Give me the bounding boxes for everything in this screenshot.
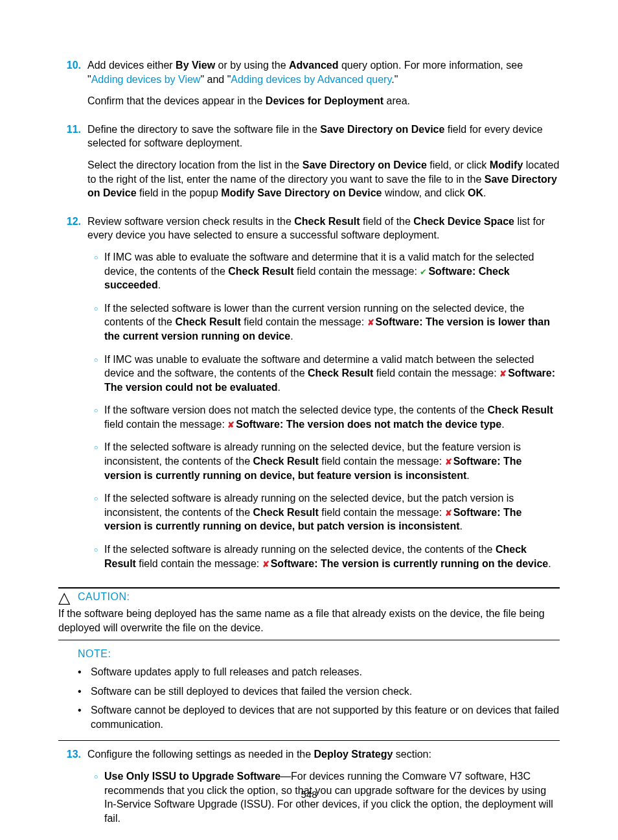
ordered-steps: 10. Add devices either By View or by usi… bbox=[58, 58, 560, 579]
list-item: •Software cannot be deployed to devices … bbox=[78, 703, 560, 731]
circle-bullet-icon: ○ bbox=[87, 353, 104, 395]
bullet-icon: • bbox=[78, 684, 91, 699]
step-number: 11. bbox=[58, 122, 87, 208]
list-item: ○If IMC was unable to evaluate the softw… bbox=[87, 353, 560, 395]
cross-icon: ✘ bbox=[499, 369, 508, 379]
circle-bullet-icon: ○ bbox=[87, 491, 104, 533]
paragraph: Confirm that the devices appear in the D… bbox=[87, 94, 560, 108]
bullet-icon: • bbox=[78, 703, 91, 731]
list-item: ○If the selected software is already run… bbox=[87, 542, 560, 570]
paragraph: Define the directory to save the softwar… bbox=[87, 122, 560, 150]
list-item: ○If IMC was able to evaluate the softwar… bbox=[87, 250, 560, 292]
caution-block: △ CAUTION: If the software being deploye… bbox=[58, 587, 560, 640]
caution-label: CAUTION: bbox=[78, 590, 130, 604]
link-adding-by-view[interactable]: Adding devices by View bbox=[91, 74, 201, 85]
warning-triangle-icon: △ bbox=[58, 590, 78, 605]
cross-icon: ✘ bbox=[227, 420, 236, 430]
step-number: 10. bbox=[58, 58, 87, 116]
cross-icon: ✘ bbox=[445, 508, 453, 518]
step-11: 11. Define the directory to save the sof… bbox=[58, 122, 560, 208]
step-body: Review software version check results in… bbox=[87, 215, 560, 579]
list-item: ○If the selected software is already run… bbox=[87, 491, 560, 533]
note-list: •Software updates apply to full releases… bbox=[78, 665, 560, 731]
circle-bullet-icon: ○ bbox=[87, 403, 104, 431]
circle-bullet-icon: ○ bbox=[87, 301, 104, 344]
paragraph: Add devices either By View or by using t… bbox=[87, 58, 560, 86]
step-body: Define the directory to save the softwar… bbox=[87, 122, 560, 208]
list-item: •Software updates apply to full releases… bbox=[78, 665, 560, 679]
list-item: ○If the selected software is already run… bbox=[87, 440, 560, 482]
step-body: Add devices either By View or by using t… bbox=[87, 58, 560, 116]
note-block: NOTE: •Software updates apply to full re… bbox=[58, 640, 560, 741]
circle-bullet-icon: ○ bbox=[87, 250, 104, 292]
circle-bullet-icon: ○ bbox=[87, 542, 104, 570]
document-page: 10. Add devices either By View or by usi… bbox=[0, 0, 618, 834]
cross-icon: ✘ bbox=[262, 559, 271, 569]
sub-list: ○If IMC was able to evaluate the softwar… bbox=[87, 250, 560, 570]
cross-icon: ✘ bbox=[445, 457, 453, 467]
paragraph: Configure the following settings as need… bbox=[87, 747, 560, 762]
bullet-icon: • bbox=[78, 665, 91, 679]
step-number: 12. bbox=[58, 215, 87, 579]
list-item: ○If the selected software is lower than … bbox=[87, 301, 560, 344]
check-icon: ✔ bbox=[420, 267, 428, 277]
paragraph: Select the directory location from the l… bbox=[87, 158, 560, 200]
list-item: •Software can be still deployed to devic… bbox=[78, 684, 560, 699]
circle-bullet-icon: ○ bbox=[87, 440, 104, 482]
step-12: 12. Review software version check result… bbox=[58, 215, 560, 579]
page-number: 548 bbox=[0, 788, 618, 801]
note-label: NOTE: bbox=[78, 647, 560, 661]
link-adding-by-advanced[interactable]: Adding devices by Advanced query bbox=[231, 74, 391, 85]
list-item: ○If the software version does not match … bbox=[87, 403, 560, 431]
caution-body: If the software being deployed has the s… bbox=[58, 607, 560, 635]
cross-icon: ✘ bbox=[367, 318, 376, 327]
paragraph: Review software version check results in… bbox=[87, 215, 560, 242]
step-10: 10. Add devices either By View or by usi… bbox=[58, 58, 560, 116]
